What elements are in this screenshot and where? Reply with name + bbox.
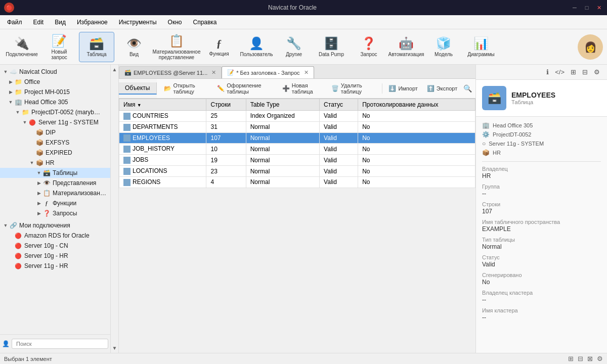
sidebar-item-amazon-rds[interactable]: 🔴 Amazon RDS for Oracle	[0, 231, 110, 241]
toggle-queries[interactable]: ▶	[35, 210, 42, 217]
toolbar-automation[interactable]: 🤖 Автоматизация	[388, 32, 424, 62]
toolbar-materialized[interactable]: 📋 Материализованное представление	[154, 32, 199, 62]
toggle-mat[interactable]: ▶	[35, 190, 42, 197]
status-icon-3[interactable]: ⊠	[587, 355, 593, 362]
new-table-button[interactable]: ➕ Новая таблица	[278, 81, 326, 96]
col-name[interactable]: Имя ▼	[119, 99, 206, 111]
menu-view[interactable]: Вид	[50, 17, 71, 28]
toggle-views[interactable]: ▶	[35, 179, 42, 187]
sidebar-item-server11g-system[interactable]: ▼ 🔴 Server 11g - SYSTEM	[0, 117, 110, 127]
toolbar-table[interactable]: 🗃️ Таблица	[79, 32, 114, 62]
user-avatar[interactable]: 👩	[578, 34, 603, 60]
table-row[interactable]: EMPLOYEES107NormalValidNo	[119, 132, 475, 144]
table-row[interactable]: LOCATIONS23NormalValidNo	[119, 166, 475, 177]
toolbar-diagrams[interactable]: 📊 Диаграммы	[463, 32, 499, 62]
toolbar-other[interactable]: 🔧 Другие	[276, 32, 312, 62]
sidebar-item-tables[interactable]: ▼ 🗃️ Таблицы	[0, 168, 110, 178]
menu-favorites[interactable]: Избранное	[72, 17, 113, 28]
info-indexes-button[interactable]: ⊟	[579, 67, 591, 77]
sidebar-item-head-office[interactable]: ▼ 🏢 Head Office 305	[0, 97, 110, 107]
menu-file[interactable]: Файл	[2, 17, 27, 28]
toggle-project-mh[interactable]: ▶	[7, 88, 14, 96]
cell-rows: 4	[206, 176, 246, 188]
tab-query-close[interactable]: ✕	[304, 69, 309, 76]
maximize-button[interactable]: □	[583, 4, 591, 12]
toggle-functions[interactable]: ▶	[35, 200, 42, 207]
design-icon: ✏️	[217, 85, 225, 92]
objects-tab[interactable]: Объекты	[119, 82, 157, 95]
status-icon-2[interactable]: ⊟	[578, 355, 583, 362]
sidebar-item-expired[interactable]: ▶ 📦 EXPIRED	[0, 148, 110, 158]
objects-table: Имя ▼ Строки Table Type Статус Протоколи…	[119, 99, 475, 188]
tab-employeess-close[interactable]: ✕	[211, 69, 216, 76]
tables-label: Таблицы	[53, 169, 77, 176]
toggle-navicat-cloud[interactable]: ▼	[2, 68, 9, 75]
sidebar-item-queries[interactable]: ▶ ❓ Запросы	[0, 208, 110, 218]
toolbar-datapump[interactable]: 🗄️ Data Pump	[314, 32, 349, 62]
toggle-head-office[interactable]: ▼	[7, 99, 14, 106]
export-button[interactable]: ⬆️ Экспорт	[423, 83, 461, 94]
toggle-hr[interactable]: ▼	[28, 159, 35, 166]
toolbar-new-query[interactable]: 📝 Новый запрос	[41, 32, 77, 62]
sidebar-item-dip[interactable]: ▶ 📦 DIP	[0, 127, 110, 138]
delete-table-button[interactable]: 🗑️ Удалить таблицу	[327, 81, 379, 96]
status-icon-1[interactable]: ⊞	[568, 355, 574, 362]
sidebar-item-projectdt[interactable]: ▼ 📁 ProjectDT-0052 (marybrown0...	[0, 107, 110, 117]
sidebar-item-exfsys[interactable]: ▶ 📦 EXFSYS	[0, 138, 110, 148]
toggle-server11g[interactable]: ▼	[21, 119, 28, 126]
col-rows[interactable]: Строки	[206, 99, 246, 111]
toolbar-user[interactable]: 👤 Пользователь	[239, 32, 274, 62]
sidebar-item-server10g-cn[interactable]: 🔴 Server 10g - CN	[0, 241, 110, 251]
table-row[interactable]: JOBS19NormalValidNo	[119, 155, 475, 166]
server11g-hr-icon: 🔴	[14, 262, 22, 270]
toolbar-function[interactable]: ƒ Функция	[201, 32, 237, 62]
minimize-button[interactable]: ─	[571, 4, 579, 12]
info-ddl-button[interactable]: </>	[552, 67, 568, 77]
menu-window[interactable]: Окно	[163, 17, 187, 28]
sidebar-item-server10g-hr[interactable]: 🔴 Server 10g - HR	[0, 251, 110, 261]
import-button[interactable]: ⬇️ Импорт	[384, 83, 421, 94]
tab-employeess[interactable]: 🗃️ EMPLOYEESS @Server 11... ✕	[119, 66, 222, 78]
info-details-button[interactable]: ℹ	[543, 67, 552, 77]
close-button[interactable]: ✕	[595, 4, 603, 12]
col-status[interactable]: Статус	[320, 99, 358, 111]
info-columns-button[interactable]: ⊞	[568, 67, 579, 77]
col-type[interactable]: Table Type	[246, 99, 319, 111]
toggle-projectdt[interactable]: ▼	[14, 109, 21, 116]
sidebar-item-mat[interactable]: ▶ 📋 Материализованны...	[0, 188, 110, 198]
tab-no-title-query[interactable]: 📝 * Без заголовка - Запрос ✕	[222, 66, 314, 78]
toolbar-query[interactable]: ❓ Запрос	[351, 32, 386, 62]
sidebar-item-views[interactable]: ▶ 👁️ Представления	[0, 178, 110, 188]
sidebar-scroll-down[interactable]: ▼	[111, 344, 118, 352]
status-icon-4[interactable]: ⚙	[597, 355, 603, 362]
toggle-tables[interactable]: ▼	[35, 169, 42, 176]
search-button[interactable]: 🔍	[462, 82, 472, 95]
table-row[interactable]: DEPARTMENTS31NormalValidNo	[119, 121, 475, 132]
design-table-button[interactable]: ✏️ Оформление таблицы	[213, 81, 277, 96]
sidebar-search-input[interactable]	[12, 339, 108, 349]
sidebar-item-functions[interactable]: ▶ ƒ Функции	[0, 198, 110, 208]
toolbar-view[interactable]: 👁️ Вид	[116, 32, 152, 62]
menu-edit[interactable]: Edit	[28, 17, 49, 28]
toggle-office[interactable]: ▶	[7, 78, 14, 85]
toggle-my-connections[interactable]: ▼	[2, 222, 9, 229]
sidebar-item-office[interactable]: ▶ 📁 Office	[0, 77, 110, 87]
toolbar-connect[interactable]: 🔌 Подключение	[4, 32, 39, 62]
table-row[interactable]: JOB_HISTORY10NormalValidNo	[119, 144, 475, 155]
sidebar-item-server11g-hr[interactable]: 🔴 Server 11g - HR	[0, 261, 110, 271]
sidebar-item-hr[interactable]: ▼ 📦 HR	[0, 158, 110, 168]
table-row[interactable]: REGIONS4NormalValidNo	[119, 176, 475, 188]
table-row[interactable]: COUNTRIES25Index OrganizedValidNo	[119, 111, 475, 122]
menu-help[interactable]: Справка	[188, 17, 222, 28]
sidebar-item-my-connections[interactable]: ▼ 🔗 Мои подключения	[0, 220, 110, 231]
col-logging[interactable]: Протоколирование данных	[358, 99, 475, 111]
sidebar-item-navicat-cloud[interactable]: ▼ ☁️ Navicat Cloud	[0, 67, 110, 77]
sidebar-person-icon[interactable]: 👤	[2, 340, 10, 347]
open-table-button[interactable]: 📂 Открыть таблицу	[160, 81, 212, 96]
menu-tools[interactable]: Инструменты	[114, 17, 162, 28]
info-tablespace-value: EXAMPLE	[482, 225, 601, 233]
toolbar-model[interactable]: 🧊 Модель	[426, 32, 461, 62]
sidebar-item-project-mh[interactable]: ▶ 📁 Project MH-0015	[0, 87, 110, 97]
sidebar-scroll-up[interactable]: ▲	[111, 66, 118, 73]
info-settings-button[interactable]: ⚙	[591, 67, 603, 77]
